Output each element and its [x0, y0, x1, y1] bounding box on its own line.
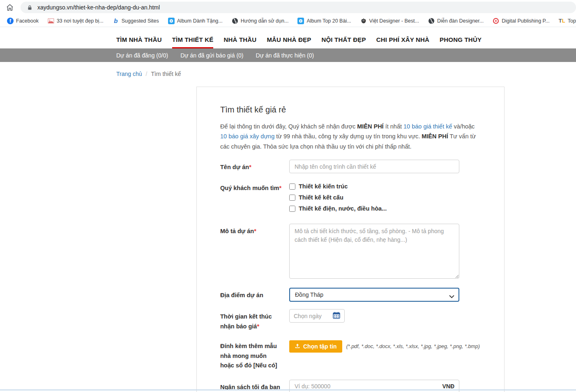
bookmark-top5-cua-hang[interactable]: TL Top 5 cửa hàn: [559, 18, 576, 24]
mien-phi-bold: MIỄN PHÍ: [357, 123, 383, 130]
bookmark-album-danh-tang[interactable]: Album Dành Tặng...: [168, 18, 223, 24]
bookmark-dien-dan-designer[interactable]: Diễn đàn Designer...: [428, 18, 484, 24]
page-title: Tìm thiết kế giá rẻ: [220, 105, 481, 115]
row-services: Quý khách muốn tìm* Thiết kế kiến trúc T…: [220, 181, 481, 216]
broken-image-icon: [48, 18, 54, 24]
row-project-name: Tên dự án*: [220, 160, 481, 173]
home-icon[interactable]: [5, 2, 15, 12]
breadcrumb-current: Tìm thiết kế: [151, 71, 181, 77]
location-select[interactable]: Đồng Tháp: [289, 288, 459, 302]
nav-tim-nha-thau[interactable]: TÌM NHÀ THẦU: [116, 36, 162, 48]
file-types-hint: (*.pdf, *.doc, *.docx, *.xls, *.xlsx, *.…: [346, 344, 480, 349]
description-label: Mô tả dự án*: [220, 224, 282, 280]
breadcrumb: Trang chủ / Tìm thiết kế: [116, 71, 576, 77]
bookmarks-bar: f Facebook 33 nơi tuyệt đẹp bị... b Sugg…: [0, 15, 576, 27]
link-bao-gia-xay-dung[interactable]: 10 báo giá xây dựng: [220, 133, 274, 140]
date-picker-input[interactable]: Chọn ngày: [289, 309, 345, 323]
nav-nha-thau[interactable]: NHÀ THẦU: [223, 36, 256, 48]
calendar-icon[interactable]: [333, 312, 340, 321]
row-attachment: Đính kèm thêm mẫu nhà mong muốn hoặc sổ …: [220, 339, 481, 370]
services-label: Quý khách muốn tìm*: [220, 181, 282, 216]
location-label: Địa điểm dự án: [220, 288, 282, 302]
link-bao-gia-thiet-ke[interactable]: 10 báo giá thiết kế: [403, 123, 452, 130]
choose-file-button[interactable]: Chọn tập tin: [289, 340, 342, 353]
description-textarea[interactable]: [289, 224, 459, 279]
checkbox-thiet-ke-kien-truc[interactable]: Thiết kế kiến trúc: [289, 183, 481, 190]
nav-phong-thuy[interactable]: PHONG THỦY: [440, 36, 482, 48]
bookmark-huong-dan[interactable]: Hướng dẫn sử dụn...: [232, 18, 289, 24]
address-bar[interactable]: xaydungso.vn/thiet-ke-nha-dep/dang-du-an…: [21, 2, 576, 13]
facebook-icon: f: [7, 18, 14, 24]
breadcrumb-separator: /: [146, 71, 147, 77]
album-icon: [297, 18, 304, 24]
checkbox-input[interactable]: [289, 206, 295, 212]
bookmark-suggested-sites[interactable]: b Suggested Sites: [113, 18, 159, 24]
lock-icon[interactable]: [26, 4, 33, 11]
url-text: xaydungso.vn/thiet-ke-nha-dep/dang-du-an…: [37, 4, 160, 11]
bookmark-33-noi[interactable]: 33 nơi tuyệt đẹp bị...: [48, 18, 104, 24]
bookmark-album-top20[interactable]: Album Top 20 Bài...: [297, 18, 351, 24]
bookmark-viet-designer[interactable]: VIET Việt Designer - Best...: [360, 18, 419, 24]
project-name-input[interactable]: [289, 160, 459, 173]
row-location: Địa điểm dự án Đồng Tháp: [220, 288, 481, 302]
main-navigation: TÌM NHÀ THẦU TÌM THIẾT KẾ NHÀ THẦU MẪU N…: [116, 27, 576, 48]
checkbox-thiet-ke-dien-nuoc[interactable]: Thiết kế điện, nước, điều hòa...: [289, 205, 481, 212]
bing-icon: b: [113, 18, 119, 24]
svg-text:VIET: VIET: [362, 20, 365, 22]
subnav-du-an-da-dang[interactable]: Dự án đã đăng (0/0): [116, 52, 168, 59]
target-icon: [493, 18, 499, 24]
row-deadline: Thời gian kết thúc nhận báo giá* Chọn ng…: [220, 309, 481, 331]
globe-icon: [428, 18, 435, 24]
album-icon: [168, 18, 175, 24]
mien-phi-bold: MIỄN PHÍ: [422, 133, 448, 140]
nav-tim-thiet-ke[interactable]: TÌM THIẾT KẾ: [172, 36, 214, 48]
checkbox-input[interactable]: [289, 195, 295, 201]
attachment-label: Đính kèm thêm mẫu nhà mong muốn hoặc sổ …: [220, 339, 282, 370]
currency-suffix: VNĐ: [442, 383, 454, 390]
breadcrumb-home-link[interactable]: Trang chủ: [116, 71, 142, 77]
tl-icon: TL: [559, 18, 565, 24]
checkbox-input[interactable]: [289, 183, 295, 190]
checkbox-thiet-ke-ket-cau[interactable]: Thiết kế kết cấu: [289, 194, 481, 201]
row-description: Mô tả dự án*: [220, 224, 481, 280]
bookmark-facebook[interactable]: f Facebook: [7, 18, 39, 24]
nav-mau-nha-dep[interactable]: MẪU NHÀ ĐẸP: [267, 36, 311, 48]
intro-text: Để lại thông tin dưới đây, Quý khách sẽ …: [220, 121, 481, 151]
project-name-label: Tên dự án*: [220, 160, 282, 173]
subnav-du-an-da-thuc-hien[interactable]: Dự án đã thực hiện (0): [256, 52, 314, 59]
bottom-divider: [0, 390, 576, 390]
subnav-du-an-da-gui-bao-gia[interactable]: Dự án đã gửi báo giá (0): [180, 52, 243, 59]
upload-icon: [295, 343, 300, 350]
bookmark-digital-publishing[interactable]: Digital Publishing P...: [493, 18, 550, 24]
browser-toolbar: xaydungso.vn/thiet-ke-nha-dep/dang-du-an…: [0, 0, 576, 15]
nav-chi-phi-xay-nha[interactable]: CHI PHÍ XÂY NHÀ: [376, 36, 429, 48]
sub-navigation: Dự án đã đăng (0/0) Dự án đã gửi báo giá…: [0, 48, 576, 62]
globe-icon: [232, 18, 238, 24]
apple-icon: VIET: [360, 18, 367, 24]
date-placeholder: Chọn ngày: [294, 313, 322, 319]
project-form-card: Tìm thiết kế giá rẻ Để lại thông tin dướ…: [196, 87, 505, 392]
deadline-label: Thời gian kết thúc nhận báo giá*: [220, 309, 282, 331]
nav-noi-that-dep[interactable]: NỘI THẤT ĐẸP: [321, 36, 366, 48]
